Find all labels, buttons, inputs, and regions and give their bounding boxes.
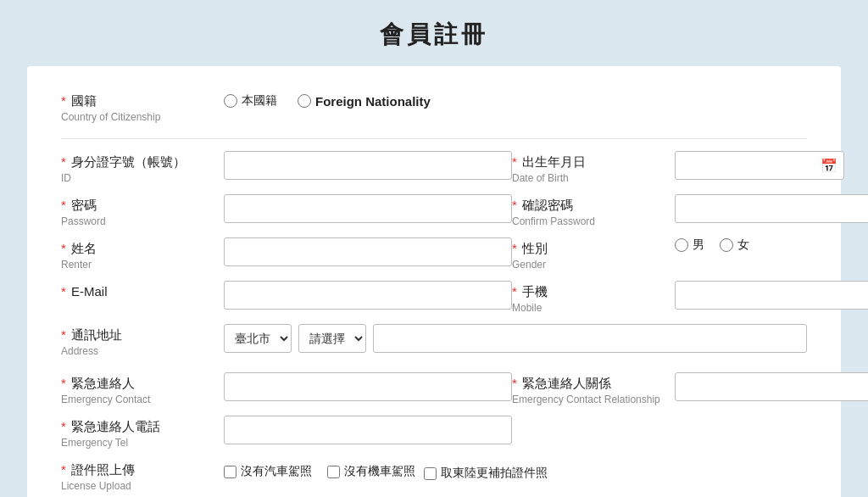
emergency-tel-label-col: * 緊急連絡人電話 Emergency Tel	[61, 416, 214, 449]
checkbox-no-car-label: 沒有汽車駕照	[241, 464, 312, 479]
email-mobile-row: * E-Mail * 手機 Mobile	[61, 281, 807, 314]
address-field: 臺北市 新北市 桃園市 台中市 台南市 高雄市 請選擇	[224, 324, 807, 353]
emergency-tel-section: * 緊急連絡人電話 Emergency Tel	[61, 416, 807, 449]
confirm-password-input[interactable]	[675, 194, 868, 223]
license-row: * 證件照上傳 License Upload 沒有汽車駕照 沒有機車駕照 取東陸	[61, 459, 807, 492]
checkbox-no-moto-input[interactable]	[327, 466, 340, 478]
emergency-relationship-label: * 緊急連絡人關係	[512, 376, 665, 392]
name-gender-row: * 姓名 Renter * 性別 Gender	[61, 237, 807, 271]
citizenship-label-col: * 國籍 Country of Citizenship	[61, 90, 214, 123]
radio-foreign-label: Foreign Nationality	[315, 94, 431, 109]
checkbox-id-card-input[interactable]	[424, 467, 437, 480]
license-field: 沒有汽車駕照 沒有機車駕照 取東陸更補拍證件照	[224, 459, 807, 481]
emergency-contact-sublabel: Emergency Contact	[61, 394, 214, 405]
dob-label: * 出生年月日	[512, 154, 665, 170]
radio-foreign-input[interactable]	[298, 94, 311, 108]
email-input[interactable]	[224, 281, 512, 310]
confirm-password-section: * 確認密碼 Confirm Password	[512, 194, 868, 227]
name-input[interactable]	[224, 237, 512, 266]
checkbox-no-car-input[interactable]	[224, 466, 236, 478]
license-label: * 證件照上傳	[61, 462, 214, 478]
checkbox-no-car[interactable]: 沒有汽車駕照	[224, 464, 312, 479]
citizenship-row: * 國籍 Country of Citizenship 本國籍 Foreign …	[61, 90, 807, 123]
address-input-row: 臺北市 新北市 桃園市 台中市 台南市 高雄市 請選擇	[224, 324, 807, 353]
required-mark: *	[61, 93, 66, 108]
checkbox-id-card-label: 取東陸更補拍證件照	[441, 466, 548, 481]
mobile-section: * 手機 Mobile	[512, 281, 868, 314]
citizenship-field: 本國籍 Foreign Nationality	[224, 90, 807, 109]
mobile-field	[675, 281, 868, 310]
emergency-relationship-sublabel: Emergency Contact Relationship	[512, 394, 665, 405]
dob-input[interactable]: 2023-12-01	[675, 151, 844, 180]
id-label-col: * 身分證字號（帳號） ID	[61, 151, 214, 184]
id-input[interactable]	[224, 151, 512, 180]
divider-1	[61, 138, 807, 139]
checkbox-no-moto-label: 沒有機車駕照	[344, 464, 415, 479]
password-field	[224, 194, 512, 223]
radio-foreign[interactable]: Foreign Nationality	[298, 94, 431, 109]
radio-local[interactable]: 本國籍	[224, 93, 277, 109]
name-field	[224, 237, 512, 266]
name-label-col: * 姓名 Renter	[61, 237, 214, 271]
dob-date-wrapper: 2023-12-01 📅	[675, 151, 844, 180]
password-section: * 密碼 Password	[61, 194, 512, 227]
emergency-relationship-field	[675, 372, 868, 401]
name-label: * 姓名	[61, 241, 214, 257]
gender-field: 男 女	[675, 237, 807, 253]
radio-male-input[interactable]	[675, 238, 688, 252]
radio-female-label: 女	[737, 237, 749, 253]
gender-radio-group: 男 女	[675, 237, 749, 253]
license-checkbox-group: 沒有汽車駕照 沒有機車駕照	[224, 461, 415, 479]
id-field	[224, 151, 512, 180]
emergency-tel-row: * 緊急連絡人電話 Emergency Tel	[61, 416, 807, 449]
gender-section: * 性別 Gender 男 女	[512, 237, 807, 271]
license-checkbox-group-2: 取東陸更補拍證件照	[424, 462, 548, 481]
emergency-relationship-label-col: * 緊急連絡人關係 Emergency Contact Relationship	[512, 372, 665, 405]
emergency-relationship-input[interactable]	[675, 372, 868, 401]
mobile-input[interactable]	[675, 281, 868, 310]
emergency-contact-label: * 緊急連絡人	[61, 376, 214, 392]
email-section: * E-Mail	[61, 281, 512, 314]
district-select[interactable]: 請選擇	[298, 324, 366, 353]
confirm-password-label: * 確認密碼	[512, 198, 665, 214]
emergency-contact-field	[224, 372, 512, 401]
emergency-tel-label: * 緊急連絡人電話	[61, 419, 214, 435]
mobile-sublabel: Mobile	[512, 302, 665, 314]
dob-sublabel: Date of Birth	[512, 172, 665, 184]
dob-label-col: * 出生年月日 Date of Birth	[512, 151, 665, 184]
emergency-contact-section: * 緊急連絡人 Emergency Contact	[61, 372, 512, 405]
address-label: * 通訊地址	[61, 327, 214, 343]
license-sublabel: License Upload	[61, 480, 214, 492]
id-dob-row: * 身分證字號（帳號） ID * 出生年月日 Date of Birth 202…	[61, 151, 807, 184]
emergency-tel-input[interactable]	[224, 416, 512, 444]
mobile-label-col: * 手機 Mobile	[512, 281, 665, 314]
radio-male[interactable]: 男	[675, 237, 704, 253]
email-field	[224, 281, 512, 310]
email-label-col: * E-Mail	[61, 281, 214, 300]
gender-label-col: * 性別 Gender	[512, 237, 665, 271]
dob-section: * 出生年月日 Date of Birth 2023-12-01 📅	[512, 151, 844, 184]
password-input[interactable]	[224, 194, 512, 223]
gender-label: * 性別	[512, 241, 665, 257]
radio-female[interactable]: 女	[720, 237, 749, 253]
id-label: * 身分證字號（帳號）	[61, 154, 214, 170]
email-label: * E-Mail	[61, 284, 214, 299]
id-section: * 身分證字號（帳號） ID	[61, 151, 512, 184]
address-sublabel: Address	[61, 345, 214, 357]
emergency-contact-input[interactable]	[224, 372, 512, 401]
confirm-password-sublabel: Confirm Password	[512, 215, 665, 227]
emergency-tel-sublabel: Emergency Tel	[61, 437, 214, 449]
mobile-label: * 手機	[512, 284, 665, 300]
checkbox-no-moto[interactable]: 沒有機車駕照	[327, 464, 415, 479]
checkbox-id-card[interactable]: 取東陸更補拍證件照	[424, 466, 548, 481]
address-detail-input[interactable]	[373, 324, 807, 353]
emergency-relationship-section: * 緊急連絡人關係 Emergency Contact Relationship	[512, 372, 868, 405]
id-sublabel: ID	[61, 172, 214, 184]
radio-local-input[interactable]	[224, 94, 237, 108]
address-label-col: * 通訊地址 Address	[61, 324, 214, 357]
city-select[interactable]: 臺北市 新北市 桃園市 台中市 台南市 高雄市	[224, 324, 292, 353]
citizenship-radio-group: 本國籍 Foreign Nationality	[224, 90, 431, 109]
radio-female-input[interactable]	[720, 238, 733, 252]
radio-male-label: 男	[693, 237, 704, 253]
name-section: * 姓名 Renter	[61, 237, 512, 271]
